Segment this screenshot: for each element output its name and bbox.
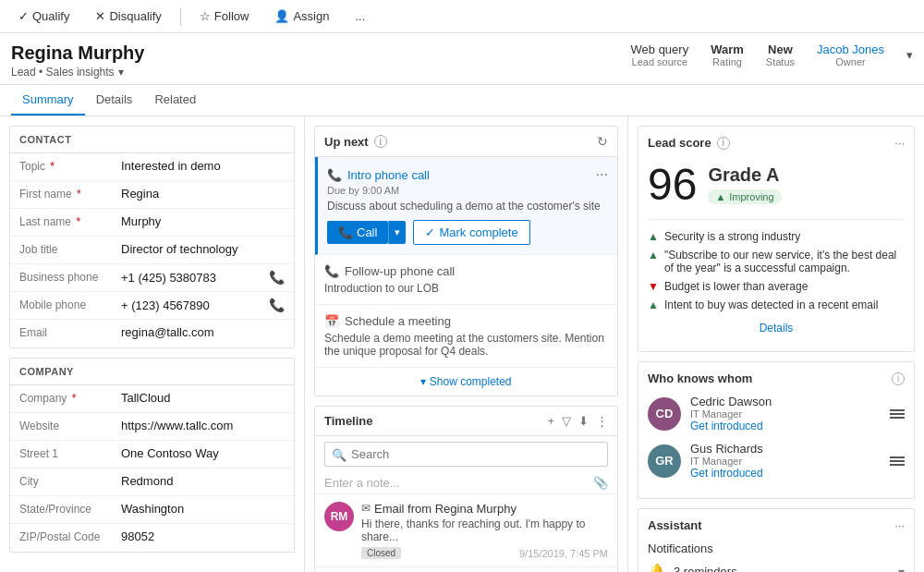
lead-score-details-link[interactable]: Details xyxy=(648,314,905,342)
field-firstname-label: First name * xyxy=(19,187,121,201)
follow-label: Follow xyxy=(214,9,249,23)
who-menu-1[interactable] xyxy=(890,409,905,419)
field-company-label: Company * xyxy=(19,391,121,405)
field-city: City Redmond xyxy=(10,469,294,496)
tabs: Summary Details Related xyxy=(0,85,924,116)
main-content: CONTACT Topic * Interested in demo First… xyxy=(0,116,924,572)
note-placeholder[interactable]: Enter a note... xyxy=(324,476,593,490)
field-street-label: Street 1 xyxy=(19,446,121,460)
assistant-section: Assistant ··· Notifications 🔔 3 reminder… xyxy=(638,508,915,572)
assistant-header: Assistant ··· xyxy=(648,518,905,532)
activity-meeting-title: 📅 Schedule a meeting xyxy=(324,314,451,328)
who-info-2: Gus Richards IT Manager Get introduced xyxy=(690,442,881,480)
bell-icon: 🔔 xyxy=(648,563,666,572)
more-label: ... xyxy=(355,9,365,23)
field-company-value[interactable]: TallCloud xyxy=(121,391,285,405)
who-menu-2[interactable] xyxy=(890,456,905,466)
bizphone-call-icon[interactable]: 📞 xyxy=(269,270,285,285)
disqualify-label: Disqualify xyxy=(109,9,161,23)
mark-complete-label: Mark complete xyxy=(439,225,517,239)
activity-intro-header: 📞 Intro phone call ··· xyxy=(327,166,608,183)
timeline-search-input[interactable] xyxy=(324,442,608,467)
field-street-value[interactable]: One Contoso Way xyxy=(121,446,285,460)
activity-intro-due: Due by 9:00 AM xyxy=(327,185,608,196)
field-topic-label: Topic * xyxy=(19,159,121,173)
qualify-button[interactable]: ✓ Qualify xyxy=(11,6,77,27)
timeline-sort-icon[interactable]: ⬇ xyxy=(578,414,589,428)
lead-score-info-icon[interactable]: i xyxy=(717,137,730,150)
field-mobile-value[interactable]: + (123) 4567890 📞 xyxy=(121,298,285,312)
refresh-icon[interactable]: ↻ xyxy=(597,134,608,149)
activity-intro-dots[interactable]: ··· xyxy=(596,166,608,183)
timeline-more-icon[interactable]: ⋮ xyxy=(596,414,608,428)
header-expand-icon[interactable]: ▾ xyxy=(906,48,913,62)
activity-meeting-desc: Schedule a demo meeting at the customers… xyxy=(324,332,608,358)
tab-details[interactable]: Details xyxy=(85,85,144,116)
show-completed-button[interactable]: ▾ Show completed xyxy=(315,368,617,396)
field-email-label: Email xyxy=(19,325,121,339)
subtitle-chevron[interactable]: ▾ xyxy=(118,66,124,79)
call-split-button[interactable]: ▾ xyxy=(388,221,406,244)
field-topic-value[interactable]: Interested in demo xyxy=(121,159,285,173)
field-street: Street 1 One Contoso Way xyxy=(10,441,294,469)
lead-score-more-icon[interactable]: ··· xyxy=(894,136,905,150)
lastname-required: * xyxy=(76,215,80,228)
field-bizphone-value[interactable]: +1 (425) 5380783 📞 xyxy=(121,270,285,285)
who-action-2[interactable]: Get introduced xyxy=(690,467,881,480)
field-firstname: First name * Regina xyxy=(10,181,294,209)
mobile-call-icon[interactable]: 📞 xyxy=(269,298,285,312)
subtitle-text: Lead • Sales insights xyxy=(11,66,115,79)
field-state-label: State/Province xyxy=(19,502,121,516)
activity-followup-title: 📞 Follow-up phone call xyxy=(324,264,455,278)
score-items: ▲ Security is a strong industry ▲ "Subsc… xyxy=(648,219,905,314)
attachment-icon[interactable]: 📎 xyxy=(593,476,608,490)
lead-source-value: Web query xyxy=(631,43,689,56)
owner-label: Owner xyxy=(817,56,884,67)
assistant-more-icon[interactable]: ··· xyxy=(894,518,905,532)
field-city-value[interactable]: Redmond xyxy=(121,474,285,488)
who-knows-title: Who knows whom xyxy=(648,371,752,385)
field-city-label: City xyxy=(19,474,121,488)
field-mobile-label: Mobile phone xyxy=(19,298,121,311)
up-next-header: Up next i ↻ xyxy=(315,127,617,157)
middle-column: Up next i ↻ 📞 Intro phone call ··· Due b… xyxy=(305,116,628,572)
up-next-info-icon[interactable]: i xyxy=(374,135,387,148)
notifications-expand-icon[interactable]: ▾ xyxy=(898,565,905,573)
contact-section: CONTACT Topic * Interested in demo First… xyxy=(9,126,295,348)
who-knows-item-1: CD Cedric Dawson IT Manager Get introduc… xyxy=(648,395,905,432)
activity-followup-desc: Introduction to our LOB xyxy=(324,282,608,295)
timeline-filter-icon[interactable]: ▽ xyxy=(562,414,571,428)
field-website-value[interactable]: https://www.tallc.com xyxy=(121,419,285,432)
timeline-content-1: ✉ Email from Regina Murphy Hi there, tha… xyxy=(361,502,608,559)
field-state-value[interactable]: Washington xyxy=(121,502,285,516)
check-icon: ✓ xyxy=(425,225,435,239)
meeting-icon: 📅 xyxy=(324,314,339,328)
tab-related[interactable]: Related xyxy=(143,85,207,116)
field-lastname-value[interactable]: Murphy xyxy=(121,214,285,228)
timeline-title-row-1: ✉ Email from Regina Murphy xyxy=(361,502,608,516)
assign-button[interactable]: 👤 Assign xyxy=(267,6,336,27)
score-item-4: ▲ Intent to buy was detected in a recent… xyxy=(648,296,905,314)
assign-label: Assign xyxy=(293,9,329,23)
field-state: State/Province Washington xyxy=(10,496,294,524)
more-button[interactable]: ... xyxy=(347,6,372,27)
who-knows-info-icon[interactable]: i xyxy=(892,372,905,385)
timeline-meta-1: Closed 9/15/2019, 7:45 PM xyxy=(361,547,608,559)
call-button[interactable]: 📞 Call xyxy=(327,221,388,244)
activity-followup-header: 📞 Follow-up phone call xyxy=(324,264,608,278)
field-firstname-value[interactable]: Regina xyxy=(121,187,285,201)
field-email-value[interactable]: regina@tallc.com xyxy=(121,325,285,339)
who-role-1: IT Manager xyxy=(690,408,881,420)
follow-button[interactable]: ☆ Follow xyxy=(192,6,257,27)
timeline-add-icon[interactable]: + xyxy=(547,414,554,428)
mark-complete-button[interactable]: ✓ Mark complete xyxy=(413,220,529,245)
owner-value[interactable]: Jacob Jones xyxy=(817,43,884,56)
disqualify-button[interactable]: ✕ Disqualify xyxy=(88,6,168,27)
field-zip-value[interactable]: 98052 xyxy=(121,529,285,543)
trending-up-icon: ▲ xyxy=(715,191,725,202)
who-action-1[interactable]: Get introduced xyxy=(690,420,881,432)
field-lastname: Last name * Murphy xyxy=(10,209,294,237)
star-icon: ☆ xyxy=(200,9,211,23)
field-jobtitle-value[interactable]: Director of technology xyxy=(121,242,285,256)
tab-summary[interactable]: Summary xyxy=(11,85,85,116)
